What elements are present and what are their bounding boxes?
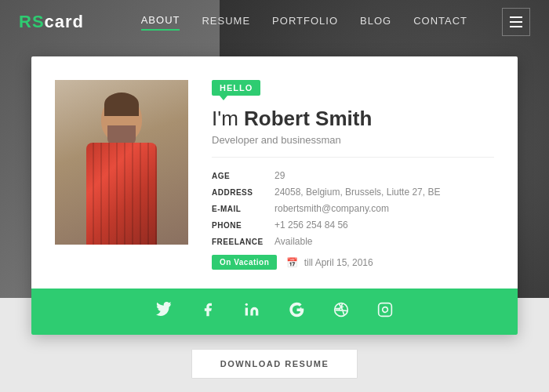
card-body: HELLO I'm Robert Smith Developer and bus… [31, 56, 518, 285]
social-bar [31, 289, 518, 335]
download-resume-button[interactable]: DOWNLOAD RESUME [191, 349, 358, 379]
nav-item-portfolio[interactable]: PORTFOLIO [272, 15, 338, 30]
full-name: Robert Smith [244, 107, 372, 130]
person-shape [75, 88, 169, 245]
vacation-row: On Vacation 📅 till April 15, 2016 [212, 255, 494, 270]
dribbble-icon[interactable] [333, 302, 349, 321]
nav-item-about[interactable]: ABOUT [141, 14, 180, 31]
svg-rect-2 [379, 303, 392, 317]
main-container: HELLO I'm Robert Smith Developer and bus… [0, 56, 549, 335]
facebook-icon[interactable] [200, 302, 216, 321]
email-value: robertsmith@company.com [274, 203, 494, 214]
phone-label: PHONE [212, 221, 274, 230]
hello-badge: HELLO [212, 80, 260, 96]
main-nav: ABOUT RESUME PORTFOLIO BLOG CONTACT [141, 8, 530, 36]
logo-rs: RS [19, 12, 45, 31]
vacation-badge: On Vacation [212, 255, 277, 270]
twitter-icon[interactable] [156, 302, 172, 321]
hamburger-button[interactable] [502, 8, 530, 36]
age-value: 29 [274, 170, 494, 181]
address-value: 24058, Belgium, Brussels, Liutte 27, BE [274, 187, 494, 198]
linkedin-icon[interactable] [244, 302, 260, 321]
profile-photo [55, 80, 188, 245]
email-label: E-MAIL [212, 205, 274, 213]
hamburger-icon [510, 16, 522, 27]
photo-section [55, 80, 188, 270]
person-body [86, 143, 157, 245]
freelance-value: Available [274, 236, 494, 247]
person-hair [104, 93, 139, 116]
vacation-date: 📅 till April 15, 2016 [286, 257, 373, 268]
name-line: I'm Robert Smith [212, 107, 494, 131]
nav-item-contact[interactable]: CONTACT [413, 15, 467, 30]
svg-point-0 [245, 303, 248, 306]
address-label: ADDRESS [212, 188, 274, 197]
calendar-icon: 📅 [286, 257, 298, 268]
logo-card: card [45, 12, 84, 31]
phone-value: +1 256 254 84 56 [274, 220, 494, 230]
nav-item-resume[interactable]: RESUME [202, 15, 250, 30]
name-intro: I'm [212, 107, 244, 130]
details-grid: AGE 29 ADDRESS 24058, Belgium, Brussels,… [212, 170, 494, 247]
nav-item-blog[interactable]: BLOG [360, 15, 391, 30]
header: RScard ABOUT RESUME PORTFOLIO BLOG CONTA… [0, 0, 549, 44]
instagram-icon[interactable] [377, 302, 393, 321]
logo[interactable]: RScard [19, 12, 84, 32]
person-head [101, 96, 142, 143]
subtitle: Developer and businessman [212, 134, 494, 158]
download-area: DOWNLOAD RESUME [0, 349, 549, 379]
freelance-label: FREELANCE [212, 238, 274, 246]
profile-card: HELLO I'm Robert Smith Developer and bus… [31, 56, 518, 335]
age-label: AGE [212, 172, 274, 180]
info-section: HELLO I'm Robert Smith Developer and bus… [212, 80, 494, 270]
google-plus-icon[interactable] [288, 301, 305, 322]
